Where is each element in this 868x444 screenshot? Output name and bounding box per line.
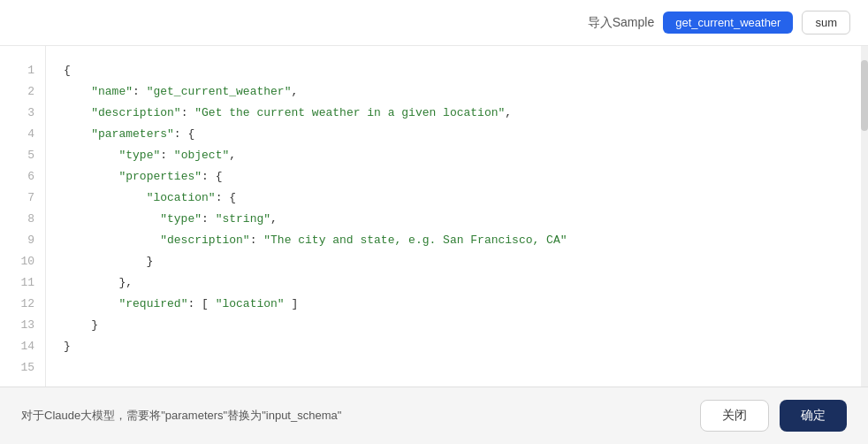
code-line: "parameters": {	[64, 124, 843, 145]
line-number: 10	[0, 251, 45, 272]
line-number: 15	[0, 357, 45, 379]
line-number: 3	[0, 103, 45, 124]
line-number: 13	[0, 315, 45, 336]
close-button[interactable]: 关闭	[700, 400, 769, 432]
code-line: },	[64, 272, 843, 294]
top-bar: 导入Sample get_current_weather sum	[0, 0, 868, 46]
bottom-actions: 关闭 确定	[700, 400, 847, 432]
scrollbar-track[interactable]	[861, 46, 868, 387]
line-number: 5	[0, 145, 45, 166]
sum-button[interactable]: sum	[802, 11, 850, 34]
code-line: "type": "object",	[64, 145, 843, 166]
line-numbers: 123456789101112131415	[0, 46, 46, 387]
code-line: }	[64, 251, 843, 272]
code-line: "location": {	[64, 188, 843, 209]
code-content[interactable]: { "name": "get_current_weather", "descri…	[46, 46, 861, 387]
line-number: 2	[0, 81, 45, 103]
line-number: 9	[0, 230, 45, 251]
line-number: 11	[0, 272, 45, 294]
code-line: "required": [ "location" ]	[64, 294, 843, 315]
line-number: 7	[0, 188, 45, 209]
bottom-note: 对于Claude大模型，需要将"parameters"替换为"input_sch…	[21, 408, 341, 424]
code-line: "description": "Get the current weather …	[64, 103, 843, 124]
code-line: "type": "string",	[64, 209, 843, 230]
code-line: }	[64, 315, 843, 336]
line-number: 8	[0, 209, 45, 230]
line-number: 14	[0, 336, 45, 357]
bottom-bar: 对于Claude大模型，需要将"parameters"替换为"input_sch…	[0, 387, 868, 444]
line-number: 6	[0, 166, 45, 188]
code-line: }	[64, 336, 843, 357]
sample-button[interactable]: get_current_weather	[663, 11, 793, 34]
code-line: {	[64, 60, 843, 81]
code-line	[64, 357, 843, 379]
code-line: "name": "get_current_weather",	[64, 81, 843, 103]
code-line: "description": "The city and state, e.g.…	[64, 230, 843, 251]
confirm-button[interactable]: 确定	[780, 400, 847, 432]
import-label: 导入Sample	[588, 15, 654, 31]
scrollbar-thumb[interactable]	[861, 60, 868, 131]
editor-area: 123456789101112131415 { "name": "get_cur…	[0, 46, 868, 387]
line-number: 12	[0, 294, 45, 315]
line-number: 1	[0, 60, 45, 81]
line-number: 4	[0, 124, 45, 145]
code-line: "properties": {	[64, 166, 843, 188]
